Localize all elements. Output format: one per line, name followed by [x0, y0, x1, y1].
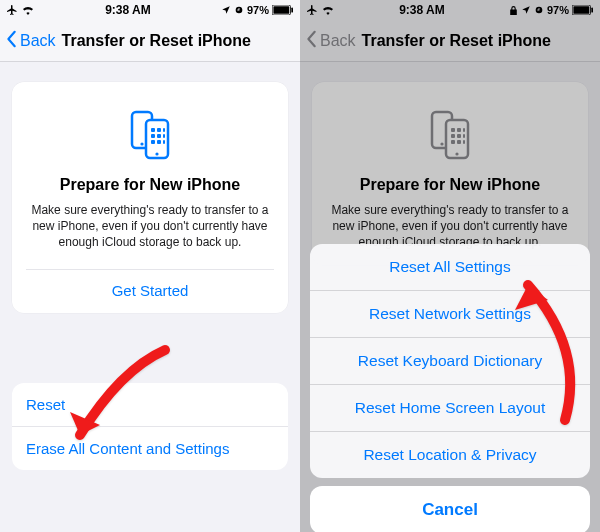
location-icon — [221, 5, 231, 15]
option-reset-location[interactable]: Reset Location & Privacy — [310, 432, 590, 478]
battery-percent: 97% — [247, 4, 269, 16]
screenshot-left: 9:38 AM 97% Back Tr — [0, 0, 300, 532]
svg-rect-9 — [163, 128, 165, 132]
action-sheet: Reset All Settings Reset Network Setting… — [310, 244, 590, 532]
svg-rect-13 — [151, 140, 155, 144]
chevron-left-icon — [6, 30, 18, 52]
option-reset-keyboard[interactable]: Reset Keyboard Dictionary — [310, 338, 590, 385]
reset-row[interactable]: Reset — [12, 383, 288, 427]
svg-point-6 — [155, 152, 158, 155]
svg-rect-15 — [163, 140, 165, 144]
svg-rect-7 — [151, 128, 155, 132]
erase-row[interactable]: Erase All Content and Settings — [12, 427, 288, 470]
svg-rect-1 — [273, 6, 289, 14]
back-button[interactable]: Back — [6, 30, 56, 52]
alarm-icon — [234, 5, 244, 15]
phones-icon — [122, 106, 178, 162]
battery-icon — [272, 5, 294, 15]
card-heading: Prepare for New iPhone — [26, 176, 274, 194]
option-reset-all[interactable]: Reset All Settings — [310, 244, 590, 291]
wifi-icon — [21, 5, 35, 15]
svg-rect-8 — [157, 128, 161, 132]
nav-bar: Back Transfer or Reset iPhone — [0, 20, 300, 62]
airplane-icon — [6, 4, 18, 16]
svg-rect-11 — [157, 134, 161, 138]
nav-title: Transfer or Reset iPhone — [62, 32, 251, 50]
svg-rect-5 — [146, 120, 168, 158]
get-started-button[interactable]: Get Started — [26, 269, 274, 299]
option-reset-home[interactable]: Reset Home Screen Layout — [310, 385, 590, 432]
back-label: Back — [20, 32, 56, 50]
svg-rect-2 — [291, 8, 293, 13]
screenshot-right: 9:38 AM 97% — [300, 0, 600, 532]
cancel-button[interactable]: Cancel — [310, 486, 590, 532]
card-body: Make sure everything's ready to transfer… — [26, 202, 274, 251]
status-bar: 9:38 AM 97% — [0, 0, 300, 20]
svg-point-4 — [140, 142, 143, 145]
reset-group: Reset Erase All Content and Settings — [12, 383, 288, 470]
prepare-card: Prepare for New iPhone Make sure everyth… — [12, 82, 288, 313]
option-reset-network[interactable]: Reset Network Settings — [310, 291, 590, 338]
svg-rect-14 — [157, 140, 161, 144]
svg-rect-12 — [163, 134, 165, 138]
svg-rect-10 — [151, 134, 155, 138]
status-time: 9:38 AM — [105, 3, 151, 17]
